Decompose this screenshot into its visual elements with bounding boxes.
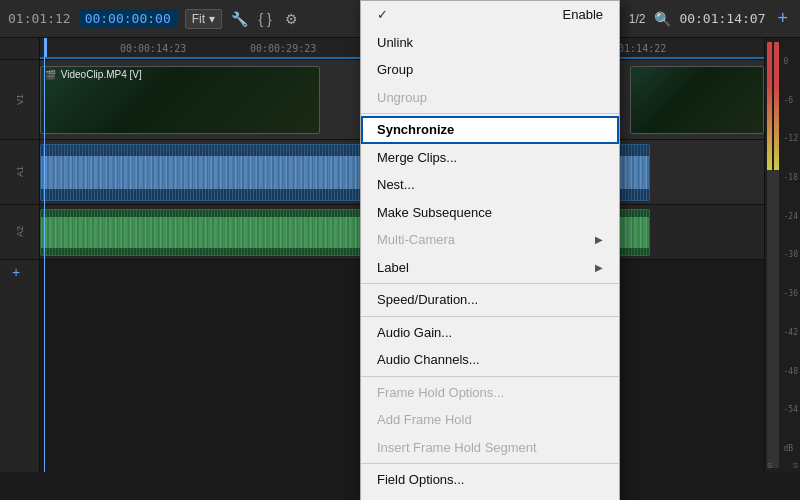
wrench-icon[interactable]: 🔧: [230, 10, 248, 28]
menu-item-label: Merge Clips...: [377, 148, 457, 168]
video-clip[interactable]: 🎬 VideoClip.MP4 [V]: [40, 66, 320, 134]
menu-item-frame-hold-options-: Frame Hold Options...: [361, 379, 619, 407]
time-left: 01:01:12: [8, 11, 71, 26]
menu-item-field-options-[interactable]: Field Options...: [361, 466, 619, 494]
menu-item-make-subsequence[interactable]: Make Subsequence: [361, 199, 619, 227]
vu-meter-panel: 0 -6 -12 -18 -24 -30 -36 -42 -48 -54 dB …: [764, 38, 800, 472]
menu-item-insert-frame-hold-segment: Insert Frame Hold Segment: [361, 434, 619, 462]
menu-item-add-frame-hold: Add Frame Hold: [361, 406, 619, 434]
clip-thumbnail: 🎬 VideoClip.MP4 [V]: [41, 67, 319, 133]
menu-item-nest-[interactable]: Nest...: [361, 171, 619, 199]
bracket-icon[interactable]: { }: [256, 10, 274, 28]
vu-label-db: dB: [784, 444, 798, 453]
vu-label-9: -54: [784, 405, 798, 414]
fit-dropdown[interactable]: Fit ▾: [185, 9, 222, 29]
menu-item-label: Synchronize: [377, 120, 454, 140]
menu-separator: [361, 316, 619, 317]
menu-item-label: Make Subsequence: [377, 203, 492, 223]
vu-label-6: -36: [784, 289, 798, 298]
vu-label-8: -48: [784, 367, 798, 376]
vu-label-0: 0: [784, 57, 798, 66]
fraction-display: 1/2: [629, 12, 646, 26]
v1-label: V1: [15, 94, 25, 105]
menu-item-label: Audio Gain...: [377, 323, 452, 343]
menu-item-label: Nest...: [377, 175, 415, 195]
add-track-button[interactable]: +: [8, 264, 24, 280]
submenu-arrow-icon: ▶: [595, 260, 603, 275]
menu-item-label: Enable: [563, 5, 603, 25]
time-center[interactable]: 00:00:00:00: [79, 9, 177, 28]
a2-label: A2: [15, 226, 25, 237]
checkmark-icon: ✓: [377, 5, 388, 25]
menu-item-synchronize[interactable]: Synchronize: [361, 116, 619, 144]
vu-label-5: -30: [784, 250, 798, 259]
menu-item-audio-channels-[interactable]: Audio Channels...: [361, 346, 619, 374]
vu-bottom-labels: S S: [767, 461, 798, 470]
menu-item-label: Add Frame Hold: [377, 410, 472, 430]
menu-item-enable[interactable]: ✓Enable: [361, 1, 619, 29]
menu-item-group[interactable]: Group: [361, 56, 619, 84]
vu-label-7: -42: [784, 328, 798, 337]
menu-item-label: Label: [377, 258, 409, 278]
vu-label-2: -12: [784, 134, 798, 143]
vu-label-3: -18: [784, 173, 798, 182]
video-clip-right[interactable]: [630, 66, 764, 134]
menu-item-label: Group: [377, 60, 413, 80]
menu-item-label: Audio Channels...: [377, 350, 480, 370]
vu-bar-right-fill: [767, 191, 779, 468]
tc-label-1: 00:00:14:23: [120, 43, 186, 54]
menu-separator: [361, 376, 619, 377]
settings-icon[interactable]: ⚙: [282, 10, 300, 28]
menu-item-label: Field Options...: [377, 470, 464, 490]
vu-label-1: -6: [784, 96, 798, 105]
menu-item-speed-duration-[interactable]: Speed/Duration...: [361, 286, 619, 314]
menu-item-label: Ungroup: [377, 88, 427, 108]
clip-label: 🎬 VideoClip.MP4 [V]: [45, 69, 142, 80]
vu-labels: 0 -6 -12 -18 -24 -30 -36 -42 -48 -54 dB: [784, 38, 798, 472]
a1-label: A1: [15, 166, 25, 177]
time-right: 00:01:14:07: [679, 11, 765, 26]
vu-bar-right: [774, 42, 779, 468]
film-icon: 🎬: [45, 70, 56, 80]
context-menu: ✓EnableUnlinkGroupUngroupSynchronizeMerg…: [360, 0, 620, 500]
menu-item-label: Speed/Duration...: [377, 290, 478, 310]
menu-item-time-interpolation[interactable]: Time Interpolation▶: [361, 494, 619, 501]
add-button[interactable]: +: [773, 8, 792, 29]
menu-separator: [361, 113, 619, 114]
menu-item-ungroup: Ungroup: [361, 84, 619, 112]
vu-label-4: -24: [784, 212, 798, 221]
vu-bars: [767, 42, 779, 468]
tc-label-2: 00:00:29:23: [250, 43, 316, 54]
tc-highlight: [44, 38, 47, 59]
menu-item-label: Unlink: [377, 33, 413, 53]
submenu-arrow-icon: ▶: [595, 232, 603, 247]
menu-item-label: Frame Hold Options...: [377, 383, 504, 403]
menu-separator: [361, 463, 619, 464]
menu-item-merge-clips-[interactable]: Merge Clips...: [361, 144, 619, 172]
menu-item-label: Insert Frame Hold Segment: [377, 438, 537, 458]
menu-item-unlink[interactable]: Unlink: [361, 29, 619, 57]
menu-item-label: Multi-Camera: [377, 230, 455, 250]
menu-item-multi-camera: Multi-Camera▶: [361, 226, 619, 254]
zoom-icon[interactable]: 🔍: [653, 10, 671, 28]
menu-item-label[interactable]: Label▶: [361, 254, 619, 282]
menu-separator: [361, 283, 619, 284]
track-labels: V1 A1 A2 +: [0, 38, 40, 472]
menu-item-audio-gain-[interactable]: Audio Gain...: [361, 319, 619, 347]
